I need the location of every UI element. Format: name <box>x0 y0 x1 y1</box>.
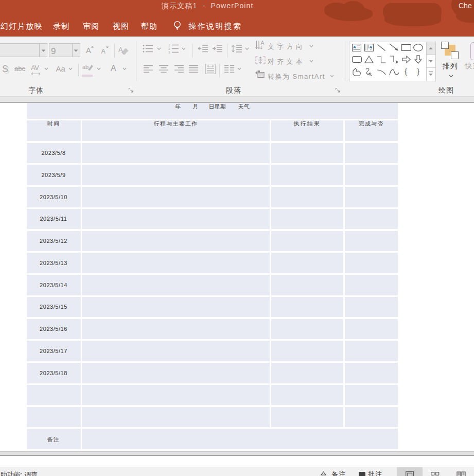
svg-text:A: A <box>353 45 356 49</box>
svg-text:1: 1 <box>168 44 170 47</box>
svg-text:A: A <box>261 40 265 46</box>
svg-text:3: 3 <box>168 51 170 54</box>
svg-text:2: 2 <box>168 47 170 50</box>
